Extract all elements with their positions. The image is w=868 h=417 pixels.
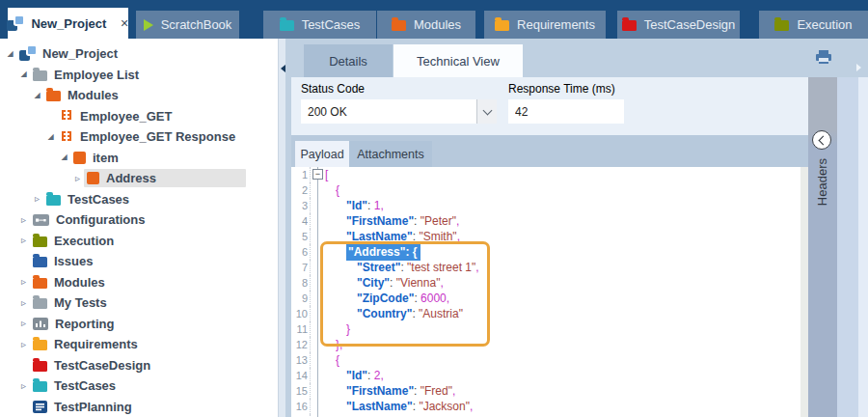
code-line-11[interactable]: 11} xyxy=(291,321,800,337)
expand-arrow-icon[interactable]: ▹ xyxy=(17,215,30,225)
code-line-4[interactable]: 4"FirstName": "Peter", xyxy=(291,213,800,229)
expand-arrow-icon[interactable]: ▹ xyxy=(17,340,30,349)
tree-item-body[interactable]: Issues xyxy=(30,252,96,270)
tab-scroll-right-icon[interactable] xyxy=(856,64,861,71)
tree-item-body[interactable]: TestCases xyxy=(43,190,133,208)
tree-item-issues[interactable]: Issues xyxy=(0,251,278,272)
tree-item-body[interactable]: Employee List xyxy=(30,66,143,84)
expand-arrow-icon[interactable]: ▹ xyxy=(31,194,43,204)
code-line-6[interactable]: 6"Address": { xyxy=(291,244,800,260)
top-tab-new-project[interactable]: New_Project✕ xyxy=(8,8,128,39)
collapse-arrow-icon[interactable]: ◢ xyxy=(4,50,16,58)
fold-gutter xyxy=(311,399,325,414)
top-tab-scratchbook[interactable]: ScratchBook xyxy=(136,11,239,39)
tree-item-body[interactable]: Employee_GET xyxy=(57,107,176,125)
expand-arrow-icon[interactable]: ▹ xyxy=(17,236,30,245)
tree-item-body[interactable]: item xyxy=(70,149,122,167)
tab-scroll-left-icon[interactable] xyxy=(281,65,285,72)
tree-item-reporting[interactable]: ▹Reporting xyxy=(0,314,278,335)
code-line-12[interactable]: 12}, xyxy=(291,337,800,352)
tree-item-employee-get-response[interactable]: ◢Employee_GET Response xyxy=(0,126,278,148)
payload-code-editor[interactable]: 1−[2{3"Id": 1,4"FirstName": "Peter",5"La… xyxy=(285,167,800,417)
code-line-15[interactable]: 15"FirstName": "Fred", xyxy=(291,383,800,399)
status-code-select[interactable]: 200 OK xyxy=(301,99,497,124)
tree-item-address[interactable]: ▹Address xyxy=(0,168,278,189)
tab-attachments[interactable]: Attachments xyxy=(349,141,432,167)
print-icon[interactable] xyxy=(815,49,832,66)
tree-item-body[interactable]: TestPlanning xyxy=(30,398,136,416)
top-tab-testcases[interactable]: TestCases xyxy=(263,11,376,39)
tree-item-new-project[interactable]: ◢New_Project xyxy=(0,43,278,65)
tree-item-modules[interactable]: ◢Modules xyxy=(0,85,278,106)
code-text: "City": "Vienna", xyxy=(325,275,800,291)
code-line-3[interactable]: 3"Id": 1, xyxy=(291,198,800,213)
expand-arrow-icon[interactable]: ▹ xyxy=(17,319,30,328)
tree-item-label: item xyxy=(93,151,119,165)
headers-side-tab[interactable]: Headers xyxy=(808,77,837,417)
field-square-icon xyxy=(87,172,99,184)
tree-item-body[interactable]: Execution xyxy=(30,232,118,250)
tree-item-execution[interactable]: ▹Execution xyxy=(0,231,278,252)
tree-item-label: Employee_GET xyxy=(80,109,172,124)
tab-details[interactable]: Details xyxy=(304,44,393,77)
tree-item-body[interactable]: Reporting xyxy=(30,315,118,333)
tree-item-label: TestCases xyxy=(54,378,116,393)
code-line-10[interactable]: 10"Country": "Austria" xyxy=(291,306,800,321)
expand-arrow-icon[interactable]: ▹ xyxy=(17,298,30,308)
tree-item-body[interactable]: Address xyxy=(84,169,246,187)
tree-item-requirements[interactable]: ▹Requirements xyxy=(0,334,278,355)
code-line-14[interactable]: 14"Id": 2, xyxy=(291,368,800,383)
tree-item-testcases[interactable]: ▹TestCases xyxy=(0,189,278,210)
tree-item-body[interactable]: TestCases xyxy=(30,376,120,395)
expand-arrow-icon[interactable]: ▹ xyxy=(17,277,30,287)
tree-item-configurations[interactable]: ▹Configurations xyxy=(0,209,278,231)
top-tab-testcasedesign[interactable]: TestCaseDesign xyxy=(617,11,740,39)
tree-item-body[interactable]: Modules xyxy=(30,273,109,292)
tree-item-testcasedesign[interactable]: TestCaseDesign xyxy=(0,355,278,376)
tree-item-testplanning[interactable]: TestPlanning xyxy=(0,397,278,417)
code-line-2[interactable]: 2{ xyxy=(291,182,800,198)
dropdown-button[interactable] xyxy=(476,99,497,124)
top-tab-requirements[interactable]: Requirements xyxy=(484,11,606,39)
tree-item-modules[interactable]: ▹Modules xyxy=(0,272,278,293)
code-line-9[interactable]: 9"ZipCode": 6000, xyxy=(291,291,800,306)
code-line-8[interactable]: 8"City": "Vienna", xyxy=(291,275,800,291)
tree-item-body[interactable]: Requirements xyxy=(30,335,142,353)
tree-item-body[interactable]: Employee_GET Response xyxy=(57,127,239,146)
tree-item-body[interactable]: Configurations xyxy=(30,210,149,229)
top-tab-execution[interactable]: Execution xyxy=(759,11,868,39)
tab-technical-view[interactable]: Technical View xyxy=(393,44,523,77)
tree-item-my-tests[interactable]: ▹My Tests xyxy=(0,292,278,314)
configurations-icon xyxy=(33,214,49,226)
tree-item-label: Requirements xyxy=(54,337,138,351)
code-line-16[interactable]: 16"LastName": "Jackson", xyxy=(291,399,800,414)
code-line-5[interactable]: 5"LastName": "Smith", xyxy=(291,229,800,244)
collapse-chevron-icon[interactable] xyxy=(812,130,831,150)
top-tab-label: TestCaseDesign xyxy=(644,17,736,32)
tree-item-body[interactable]: TestCaseDesign xyxy=(30,356,154,375)
fold-collapse-icon[interactable]: − xyxy=(312,169,323,180)
response-time-field[interactable] xyxy=(508,99,624,124)
tree-item-employee-list[interactable]: ◢Employee List xyxy=(0,65,278,86)
folder-olive-icon xyxy=(774,20,789,31)
expand-arrow-icon[interactable]: ▹ xyxy=(17,381,30,391)
code-line-1[interactable]: 1−[ xyxy=(291,167,800,182)
top-tab-modules[interactable]: Modules xyxy=(377,11,475,39)
close-icon[interactable]: ✕ xyxy=(120,17,128,30)
code-line-7[interactable]: 7"Street": "test street 1", xyxy=(291,260,800,275)
tree-item-employee-get[interactable]: Employee_GET xyxy=(0,106,278,127)
collapse-arrow-icon[interactable]: ◢ xyxy=(31,92,43,99)
code-line-13[interactable]: 13{ xyxy=(291,352,800,368)
collapse-arrow-icon[interactable]: ◢ xyxy=(44,133,57,141)
tree-item-body[interactable]: My Tests xyxy=(30,293,111,312)
collapse-arrow-icon[interactable]: ◢ xyxy=(58,153,70,161)
tree-item-body[interactable]: New_Project xyxy=(16,44,122,63)
tab-payload[interactable]: Payload xyxy=(295,141,349,167)
tree-item-item[interactable]: ◢item xyxy=(0,148,278,169)
code-scrollbar[interactable] xyxy=(800,167,808,417)
tree-item-body[interactable]: Modules xyxy=(43,86,122,104)
collapse-arrow-icon[interactable]: ◢ xyxy=(17,70,30,78)
expand-arrow-icon[interactable]: ▹ xyxy=(71,174,84,183)
tree-item-testcases[interactable]: ▹TestCases xyxy=(0,375,278,397)
tree-item-label: Address xyxy=(106,171,156,185)
